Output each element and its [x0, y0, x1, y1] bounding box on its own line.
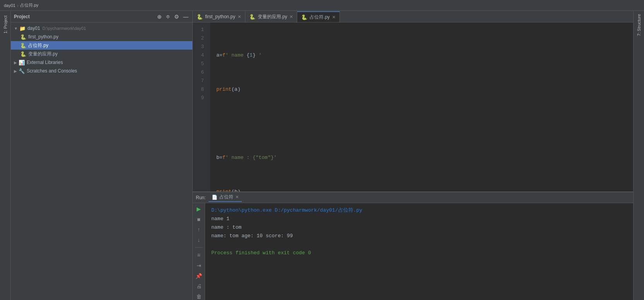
expand-arrow-external: ▶ [14, 60, 17, 65]
layout-btn[interactable]: ≑ [165, 13, 171, 21]
right-structure-panel: 7: Structure [633, 11, 644, 300]
line-num-1: 1 [193, 26, 207, 34]
tree-item-bianliang[interactable]: 🐍 变量的应用.py [11, 50, 192, 58]
tab-label-zhiwei: 占位符.py [310, 14, 330, 21]
scratches-icon: 🔧 [19, 68, 25, 74]
line-num-4: 4 [193, 51, 207, 60]
tab-label-first: first_python.py [205, 14, 235, 19]
output-cmd: D:\python\python.exe D:/pycharmwork/day0… [211, 206, 627, 215]
code-line-5: print(b) [216, 188, 627, 191]
output-line-2: name : tom [211, 223, 627, 232]
output-line-1: name 1 [211, 215, 627, 223]
code-line-2: print(a) [216, 85, 627, 94]
tab-close-bianliang[interactable]: ✕ [289, 14, 293, 19]
bottom-panel: Run: 📄 占位符 ✕ ▶ ■ ↑ ↓ ≡ ⇥ 📌 [193, 191, 633, 300]
run-softcopy-btn[interactable]: ⇥ [195, 262, 203, 269]
run-output[interactable]: D:\python\python.exe D:/pycharmwork/day0… [205, 203, 633, 300]
main-area: 1: Project Project ⊕ ≑ ⚙ — ▼ 📁 day01 D:\… [0, 11, 644, 300]
tree-label-zhiwei: 占位符.py [28, 42, 48, 49]
folder-icon-day01: 📁 [19, 26, 26, 31]
run-panel: ▶ ■ ↑ ↓ ≡ ⇥ 📌 🖨 🗑 D:\python\python.exe D… [193, 203, 633, 300]
tree-label-first-python: first_python.py [28, 34, 58, 40]
breadcrumb: day01 › 占位符.py [4, 2, 38, 8]
line-num-6: 6 [193, 68, 207, 77]
file-tree: ▼ 📁 day01 D:\pycharmwork\day01 🐍 first_p… [11, 22, 192, 300]
tab-first-python[interactable]: 🐍 first_python.py ✕ [193, 11, 245, 22]
line-num-5: 5 [193, 60, 207, 68]
bottom-tabs: Run: 📄 占位符 ✕ [193, 192, 633, 203]
code-line-4: b=f' name : {"tom"}' [216, 153, 627, 162]
library-icon: 📊 [19, 60, 25, 66]
code-line-1: a=f' name {1} ' [216, 51, 627, 60]
tab-icon-bianliang: 🐍 [249, 14, 255, 20]
run-tab-zhiwei[interactable]: 📄 占位符 ✕ [209, 193, 242, 202]
tree-item-zhiwei[interactable]: 🐍 占位符.py [11, 41, 192, 50]
project-tab-label[interactable]: 1: Project [2, 12, 9, 36]
py-icon-zhiwei: 🐍 [20, 43, 26, 48]
line-numbers: 1 2 3 4 5 6 7 8 9 [193, 22, 210, 191]
panel-header: Project ⊕ ≑ ⚙ — [11, 11, 192, 22]
expand-arrow-scratches: ▶ [14, 69, 17, 73]
py-icon-bianliang: 🐍 [20, 51, 26, 57]
tab-close-zhiwei[interactable]: ✕ [332, 15, 336, 20]
line-num-9: 9 [193, 94, 207, 102]
tree-item-scratches[interactable]: ▶ 🔧 Scratches and Consoles [11, 67, 192, 75]
tree-path-day01: D:\pycharmwork\day01 [43, 26, 86, 31]
breadcrumb-separator: › [17, 3, 19, 8]
panel-actions: ⊕ ≑ ⚙ — [156, 13, 189, 21]
tree-item-first-python[interactable]: 🐍 first_python.py [11, 33, 192, 41]
tree-label-external: External Libraries [27, 60, 63, 65]
tree-item-external[interactable]: ▶ 📊 External Libraries [11, 58, 192, 67]
minimize-btn[interactable]: — [182, 13, 189, 21]
left-sidebar-tab: 1: Project [0, 11, 11, 300]
line-num-2: 2 [193, 34, 207, 43]
run-toolbar: ▶ ■ ↑ ↓ ≡ ⇥ 📌 🖨 🗑 [193, 203, 205, 300]
panel-title: Project [14, 14, 155, 19]
tree-label-day01: day01 [27, 26, 40, 31]
breadcrumb-day01[interactable]: day01 [4, 3, 15, 8]
breadcrumb-file[interactable]: 占位符.py [20, 2, 39, 8]
add-btn[interactable]: ⊕ [156, 13, 163, 21]
project-panel: Project ⊕ ≑ ⚙ — ▼ 📁 day01 D:\pycharmwork… [11, 11, 193, 300]
code-line-3 [216, 119, 627, 128]
line-num-8: 8 [193, 85, 207, 94]
tree-label-scratches: Scratches and Consoles [27, 68, 77, 74]
run-stop-btn[interactable]: ■ [195, 216, 203, 223]
tab-zhiwei[interactable]: 🐍 占位符.py ✕ [297, 11, 340, 22]
run-play-btn[interactable]: ▶ [195, 205, 203, 213]
tab-icon-first: 🐍 [197, 14, 203, 20]
expand-arrow-day01: ▼ [14, 26, 18, 31]
tab-bianliang[interactable]: 🐍 变量的应用.py ✕ [245, 11, 297, 22]
run-tab-label: 占位符 [219, 194, 233, 200]
run-pin-btn[interactable]: 📌 [195, 272, 203, 279]
editor-area: 🐍 first_python.py ✕ 🐍 变量的应用.py ✕ 🐍 占位符.p… [193, 11, 633, 300]
line-num-7: 7 [193, 77, 207, 85]
tree-label-bianliang: 变量的应用.py [28, 51, 58, 57]
output-line-blank [211, 240, 627, 249]
tab-bar: 🐍 first_python.py ✕ 🐍 变量的应用.py ✕ 🐍 占位符.p… [193, 11, 633, 22]
output-success: Process finished with exit code 0 [211, 249, 627, 257]
run-print-btn[interactable]: 🖨 [195, 283, 203, 290]
toolbar-divider-1 [195, 247, 203, 248]
run-label: Run: [196, 195, 206, 200]
code-editor[interactable]: 1 2 3 4 5 6 7 8 9 a=f' name {1} ' print(… [193, 22, 633, 191]
run-tab-close[interactable]: ✕ [235, 195, 239, 200]
py-icon-first: 🐍 [20, 34, 26, 40]
line-num-3: 3 [193, 43, 207, 51]
tab-icon-zhiwei: 🐍 [301, 14, 307, 20]
run-scroll-down-btn[interactable]: ↓ [195, 236, 203, 244]
code-content[interactable]: a=f' name {1} ' print(a) b=f' name : {"t… [210, 22, 633, 191]
titlebar: day01 › 占位符.py [0, 0, 644, 11]
output-line-3: name: tom age: 10 score: 99 [211, 232, 627, 240]
tab-close-first[interactable]: ✕ [238, 14, 241, 19]
structure-tab-label[interactable]: 7: Structure [635, 11, 643, 39]
tab-label-bianliang: 变量的应用.py [258, 14, 287, 20]
run-scroll-up-btn[interactable]: ↑ [195, 226, 203, 233]
run-trash-btn[interactable]: 🗑 [195, 293, 203, 300]
tree-item-day01[interactable]: ▼ 📁 day01 D:\pycharmwork\day01 [11, 24, 192, 33]
settings-btn[interactable]: ⚙ [173, 13, 180, 21]
run-wrap-btn[interactable]: ≡ [195, 252, 203, 259]
run-tab-icon: 📄 [212, 195, 218, 200]
